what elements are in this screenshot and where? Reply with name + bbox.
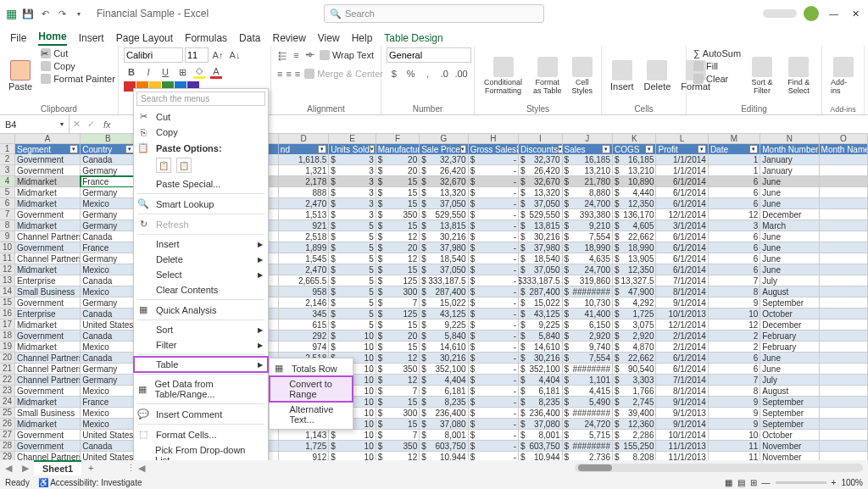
cell[interactable]: $32,670 <box>519 176 563 187</box>
cell[interactable]: $4,415 <box>563 386 613 397</box>
table-row[interactable]: 22 Channel Partners Germany 367 $10 $12 … <box>0 375 868 386</box>
cell[interactable]: June <box>760 198 819 209</box>
cell[interactable]: $393,380 <box>563 209 613 220</box>
cell[interactable]: 1/1/2014 <box>656 154 708 165</box>
context-menu-search[interactable]: Search the menus <box>136 92 265 106</box>
cell[interactable] <box>820 331 868 342</box>
cell[interactable] <box>820 187 868 198</box>
ctx-sort[interactable]: Sort▶ <box>134 322 268 337</box>
ctx-get-data[interactable]: ▦Get Data from Table/Range... <box>134 376 268 402</box>
cell[interactable]: $13,210 <box>613 165 657 176</box>
view-page-layout-icon[interactable]: ▤ <box>737 478 745 487</box>
cell[interactable]: $8,001 <box>519 430 563 441</box>
close-icon[interactable]: ✕ <box>849 8 863 19</box>
increase-decimal-icon[interactable]: .0 <box>437 66 452 81</box>
cell[interactable]: Midmarket <box>15 176 81 187</box>
cell[interactable]: Canada <box>81 441 136 452</box>
sheet-nav-prev-icon[interactable]: ◀ <box>0 463 17 474</box>
col-header[interactable]: O <box>820 134 868 144</box>
table-row[interactable]: 28 Government Canada 1,725 $10 $350 $603… <box>0 441 868 452</box>
cell[interactable]: 6 <box>709 353 760 364</box>
clear-button[interactable]: Clear <box>692 73 743 85</box>
new-sheet-button[interactable]: + <box>81 463 100 473</box>
cell[interactable]: $3,075 <box>613 320 657 331</box>
cell[interactable]: $3 <box>329 165 376 176</box>
cell[interactable]: 2,665.5 <box>279 275 329 286</box>
cell[interactable]: June <box>760 353 819 364</box>
ctx-quick-analysis[interactable]: ▦Quick Analysis <box>134 302 268 318</box>
insert-cells-button[interactable]: Insert <box>607 47 637 103</box>
cell[interactable] <box>820 386 868 397</box>
cell[interactable]: Government <box>15 430 81 441</box>
table-row[interactable]: 4 Midmarket France 2,178 $3 $15 $32,670 … <box>0 176 868 187</box>
cell[interactable]: $7 <box>376 386 420 397</box>
cell[interactable]: 6 <box>709 264 760 275</box>
cell[interactable]: Germany <box>81 209 136 220</box>
cell[interactable]: $16,185 <box>613 154 657 165</box>
cell[interactable]: Channel Partners <box>15 231 81 242</box>
cell[interactable]: $22,662 <box>613 353 657 364</box>
cell[interactable]: $352,100 <box>420 364 468 375</box>
cell[interactable]: $- <box>469 364 519 375</box>
cell[interactable]: $15 <box>376 397 420 408</box>
filter-dropdown-icon[interactable]: ▾ <box>370 145 375 153</box>
cell[interactable]: Canada <box>81 353 136 364</box>
undo-icon[interactable]: ↶ <box>39 8 51 19</box>
cell[interactable]: October <box>760 430 819 441</box>
cell[interactable] <box>820 308 868 320</box>
table-header[interactable]: Sale Price▾ <box>420 144 468 154</box>
cell[interactable]: $300 <box>376 286 420 297</box>
ctx-filter[interactable]: Filter▶ <box>134 337 268 353</box>
cell[interactable]: Midmarket <box>15 419 81 430</box>
cell[interactable] <box>820 231 868 242</box>
cell[interactable]: $8,235 <box>420 397 468 408</box>
table-header[interactable]: Month Name▾ <box>820 144 868 154</box>
cell[interactable]: $32,370 <box>420 154 468 165</box>
cell[interactable]: Mexico <box>81 264 136 275</box>
cell[interactable]: November <box>760 441 819 452</box>
align-middle-icon[interactable]: ≡ <box>290 47 302 63</box>
cell[interactable]: 1/1/2014 <box>656 165 708 176</box>
cell[interactable]: $26,420 <box>420 165 468 176</box>
cell[interactable]: July <box>760 275 819 286</box>
enter-icon[interactable]: ✓ <box>84 119 98 130</box>
table-row[interactable]: 18 Government Canada 292 $10 $20 $5,840 … <box>0 331 868 342</box>
table-row[interactable]: 12 Midmarket Mexico 2,470 $5 $15 $37,050… <box>0 264 868 275</box>
cell[interactable]: $15 <box>376 198 420 209</box>
cell[interactable]: $- <box>469 331 519 342</box>
tell-me-search[interactable]: 🔍 Search <box>324 4 544 23</box>
increase-font-icon[interactable]: A↑ <box>210 47 225 63</box>
cell[interactable]: Government <box>15 331 81 342</box>
copy-button[interactable]: Copy <box>39 60 117 72</box>
horizontal-scrollbar[interactable] <box>575 464 863 472</box>
cell[interactable]: $32,670 <box>420 176 468 187</box>
cell[interactable]: $- <box>469 353 519 364</box>
filter-dropdown-icon[interactable]: ▾ <box>698 145 706 153</box>
ctx-clear-contents[interactable]: Clear Contents <box>134 282 268 297</box>
cell[interactable]: Midmarket <box>15 320 81 331</box>
cell[interactable]: $2,920 <box>613 331 657 342</box>
table-header[interactable]: Country▾ <box>81 144 136 154</box>
cell[interactable]: 974 <box>279 342 329 353</box>
cell[interactable]: $352,100 <box>519 364 563 375</box>
paste-values-icon[interactable]: 📋 <box>176 158 192 173</box>
cell[interactable]: 6/1/2014 <box>656 231 708 242</box>
cell[interactable] <box>820 264 868 275</box>
cell[interactable]: August <box>760 286 819 297</box>
cell[interactable]: $- <box>469 342 519 353</box>
cell[interactable]: 6 <box>709 187 760 198</box>
cell[interactable]: 2 <box>709 342 760 353</box>
cell[interactable]: 1 <box>709 165 760 176</box>
cell[interactable]: $5,840 <box>519 331 563 342</box>
cell[interactable]: 3 <box>709 220 760 231</box>
cell[interactable] <box>820 353 868 364</box>
table-header[interactable]: Gross Sales▾ <box>469 144 519 154</box>
cell[interactable] <box>820 242 868 253</box>
cell[interactable] <box>820 364 868 375</box>
cell[interactable]: $5 <box>329 308 376 320</box>
cell[interactable]: $3,303 <box>613 375 657 386</box>
cell[interactable]: Mexico <box>81 342 136 353</box>
align-top-icon[interactable]: ⬱ <box>276 47 288 63</box>
cell[interactable]: 1,545 <box>279 253 329 264</box>
cell[interactable]: $7,554 <box>563 231 613 242</box>
